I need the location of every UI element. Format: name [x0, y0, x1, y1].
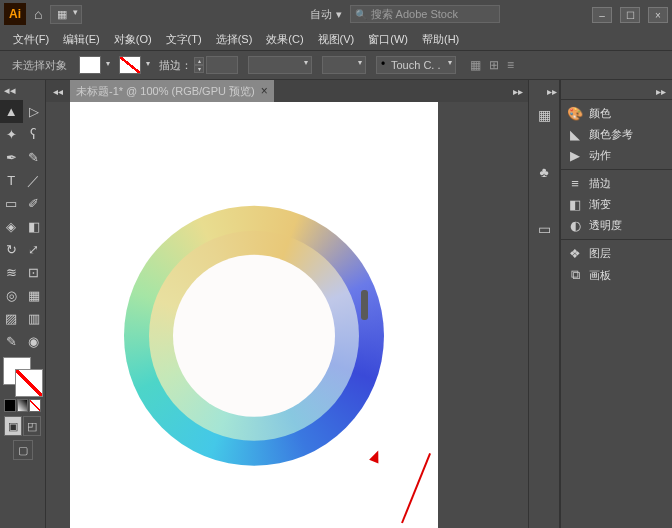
stroke-icon: ≡ — [567, 176, 583, 191]
stroke-label: 描边： — [159, 58, 192, 73]
document-area: ◂◂ 未标题-1* @ 100% (RGB/GPU 预览) × ▸▸ — [46, 80, 528, 528]
selection-tool[interactable]: ▲ — [0, 100, 23, 123]
menu-window[interactable]: 窗口(W) — [361, 29, 415, 50]
menu-select[interactable]: 选择(S) — [209, 29, 260, 50]
color-mode-row — [0, 397, 45, 414]
panel-artboards[interactable]: ⧉画板 — [561, 264, 672, 286]
style-dropdown[interactable] — [322, 56, 366, 74]
panel-actions[interactable]: ▶动作 — [561, 145, 672, 166]
dock-libraries-icon[interactable]: ♣ — [531, 159, 557, 185]
profile-dropdown[interactable] — [248, 56, 312, 74]
draw-behind[interactable]: ◰ — [23, 416, 41, 436]
lasso-tool[interactable]: ʕ — [23, 123, 46, 146]
maximize-button[interactable]: ☐ — [620, 7, 640, 23]
direct-selection-tool[interactable]: ▷ — [23, 100, 46, 123]
stroke-swatch[interactable] — [119, 56, 141, 74]
tab-close-icon[interactable]: × — [261, 84, 268, 98]
close-button[interactable]: × — [648, 7, 668, 23]
line-tool[interactable]: ／ — [23, 169, 46, 192]
search-input[interactable]: 搜索 Adobe Stock — [350, 5, 500, 23]
toolbox-header[interactable]: ◂◂ — [0, 84, 45, 100]
color-guide-icon: ◣ — [567, 127, 583, 142]
document-tab[interactable]: 未标题-1* @ 100% (RGB/GPU 预览) × — [70, 80, 274, 102]
panel-transparency[interactable]: ◐透明度 — [561, 215, 672, 236]
eyedropper-tool[interactable]: ✎ — [0, 330, 23, 353]
collapsed-dock: ▸▸ ▦ ♣ ▭ — [528, 80, 560, 528]
menu-type[interactable]: 文字(T) — [159, 29, 209, 50]
stroke-weight-input[interactable] — [206, 56, 238, 74]
stroke-box[interactable] — [15, 369, 43, 397]
title-bar: Ai ⌂ ▦ 自动 搜索 Adobe Stock – ☐ × — [0, 0, 672, 28]
artboards-icon: ⧉ — [567, 267, 583, 283]
menu-edit[interactable]: 编辑(E) — [56, 29, 107, 50]
control-tail-icons: ▦ ⊞ ≡ — [470, 58, 514, 72]
color-mode-none[interactable] — [29, 399, 41, 412]
menu-object[interactable]: 对象(O) — [107, 29, 159, 50]
panel-drag-handle[interactable] — [361, 290, 368, 320]
gradient-tool[interactable]: ▥ — [23, 307, 46, 330]
palette-icon: 🎨 — [567, 106, 583, 121]
document-tab-title: 未标题-1* @ 100% (RGB/GPU 预览) — [76, 84, 255, 99]
menu-view[interactable]: 视图(V) — [311, 29, 362, 50]
shaper-tool[interactable]: ◈ — [0, 215, 23, 238]
arrange-documents-dropdown[interactable]: ▦ — [50, 5, 82, 24]
draw-normal[interactable]: ▣ — [4, 416, 22, 436]
fill-swatch[interactable] — [79, 56, 101, 74]
transform-icon[interactable]: ⊞ — [489, 58, 499, 72]
stroke-section: 描边： ▴▾ — [159, 56, 238, 74]
curvature-tool[interactable]: ✎ — [23, 146, 46, 169]
transparency-icon: ◐ — [567, 218, 583, 233]
rotate-tool[interactable]: ↻ — [0, 238, 23, 261]
panel-color-guide[interactable]: ◣颜色参考 — [561, 124, 672, 145]
type-tool[interactable]: T — [0, 169, 23, 192]
window-controls: – ☐ × — [592, 5, 668, 23]
scale-tool[interactable]: ⤢ — [23, 238, 46, 261]
panel-column: ▸▸ 🎨颜色 ◣颜色参考 ▶动作 ≡描边 ◧渐变 ◐透明度 ❖图层 ⧉画板 — [560, 80, 672, 528]
rectangle-tool[interactable]: ▭ — [0, 192, 23, 215]
pen-tool[interactable]: ✒ — [0, 146, 23, 169]
color-mode-gradient[interactable] — [17, 399, 29, 412]
panel-stroke[interactable]: ≡描边 — [561, 173, 672, 194]
dock-expand-icon[interactable]: ▸▸ — [545, 84, 559, 99]
workspace: ◂◂ ▲▷ ✦ʕ ✒✎ T／ ▭✐ ◈◧ ↻⤢ ≋⊡ ◎▦ ▨▥ ✎◉ ▣ ◰ … — [0, 80, 672, 528]
control-bar: 未选择对象 描边： ▴▾ Touch C. . ▦ ⊞ ≡ — [0, 50, 672, 80]
shape-builder-tool[interactable]: ◎ — [0, 284, 23, 307]
paintbrush-tool[interactable]: ✐ — [23, 192, 46, 215]
menu-help[interactable]: 帮助(H) — [415, 29, 466, 50]
screen-mode-row: ▣ ◰ — [0, 414, 45, 438]
gradient-icon: ◧ — [567, 197, 583, 212]
menu-file[interactable]: 文件(F) — [6, 29, 56, 50]
dock-document-icon[interactable]: ▭ — [531, 216, 557, 242]
tab-expand-icon[interactable]: ◂◂ — [46, 86, 70, 97]
free-transform-tool[interactable]: ⊡ — [23, 261, 46, 284]
panel-gradient[interactable]: ◧渐变 — [561, 194, 672, 215]
stroke-weight-stepper[interactable]: ▴▾ — [194, 57, 204, 73]
width-tool[interactable]: ≋ — [0, 261, 23, 284]
menu-effect[interactable]: 效果(C) — [259, 29, 310, 50]
fill-stroke-indicator[interactable] — [3, 357, 43, 397]
play-icon: ▶ — [567, 148, 583, 163]
selection-status: 未选择对象 — [6, 58, 73, 73]
options-icon[interactable]: ≡ — [507, 58, 514, 72]
mesh-tool[interactable]: ▨ — [0, 307, 23, 330]
dock-properties-icon[interactable]: ▦ — [531, 102, 557, 128]
app-logo: Ai — [4, 3, 26, 25]
change-screen-mode[interactable]: ▢ — [0, 438, 45, 462]
eraser-tool[interactable]: ◧ — [23, 215, 46, 238]
minimize-button[interactable]: – — [592, 7, 612, 23]
tab-expand-right-icon[interactable]: ▸▸ — [508, 86, 528, 97]
tab-strip: ◂◂ 未标题-1* @ 100% (RGB/GPU 预览) × ▸▸ — [46, 80, 528, 102]
color-mode-solid[interactable] — [4, 399, 16, 412]
panel-collapse-icon[interactable]: ▸▸ — [561, 84, 672, 99]
toolbox: ◂◂ ▲▷ ✦ʕ ✒✎ T／ ▭✐ ◈◧ ↻⤢ ≋⊡ ◎▦ ▨▥ ✎◉ ▣ ◰ … — [0, 80, 46, 528]
blend-tool[interactable]: ◉ — [23, 330, 46, 353]
align-icon[interactable]: ▦ — [470, 58, 481, 72]
panel-color[interactable]: 🎨颜色 — [561, 103, 672, 124]
canvas[interactable] — [70, 102, 438, 528]
workspace-switcher[interactable]: 自动 — [310, 7, 341, 22]
panel-layers[interactable]: ❖图层 — [561, 243, 672, 264]
brush-dropdown[interactable]: Touch C. . — [376, 56, 456, 74]
home-icon[interactable]: ⌂ — [34, 6, 42, 22]
perspective-tool[interactable]: ▦ — [23, 284, 46, 307]
magic-wand-tool[interactable]: ✦ — [0, 123, 23, 146]
